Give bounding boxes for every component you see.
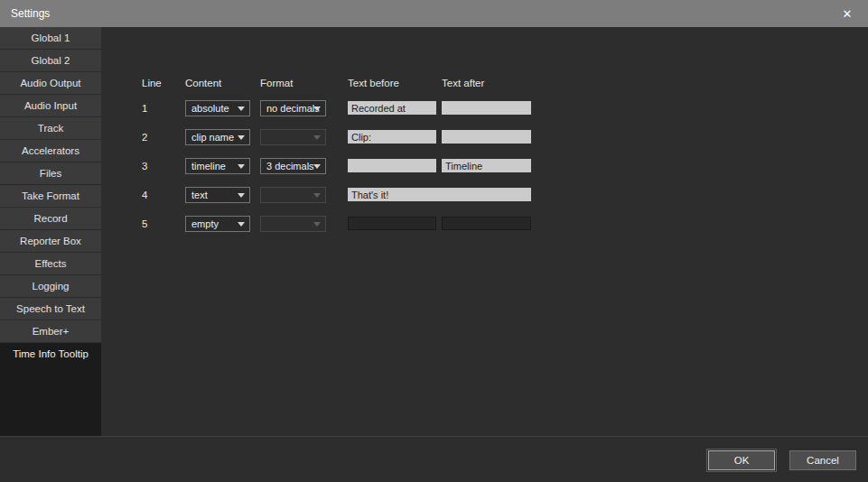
column-header-content: Content — [185, 78, 221, 88]
column-header-text-after: Text after — [442, 78, 484, 88]
chevron-down-icon — [313, 135, 321, 140]
format-dropdown-line-2 — [260, 129, 326, 145]
chevron-down-icon — [238, 164, 245, 169]
titlebar: Settings ✕ — [0, 0, 868, 27]
column-header-text-before: Text before — [348, 78, 399, 88]
sidebar-item-track[interactable]: Track — [0, 117, 101, 140]
sidebar-item-global-1[interactable]: Global 1 — [0, 27, 101, 50]
line-number: 5 — [142, 216, 163, 232]
sidebar-item-logging[interactable]: Logging — [0, 275, 101, 298]
content-dropdown-line-3[interactable]: timeline — [185, 158, 250, 174]
format-dropdown-line-4 — [260, 187, 326, 203]
format-dropdown-line-3-value: 3 decimals — [266, 161, 314, 171]
text-before-input-line-2[interactable] — [348, 130, 436, 144]
content-dropdown-line-5-value: empty — [191, 218, 219, 229]
chevron-down-icon — [238, 193, 245, 198]
sidebar-item-audio-output[interactable]: Audio Output — [0, 72, 101, 95]
table-header: Line Content Format Text before Text aft… — [101, 78, 868, 90]
sidebar-item-reporter-box[interactable]: Reporter Box — [0, 230, 101, 253]
sidebar-item-record[interactable]: Record — [0, 208, 101, 230]
table-row-3: 3timeline3 decimals — [101, 158, 868, 176]
table-row-5: 5empty — [101, 216, 868, 234]
content-dropdown-line-4-value: text — [191, 190, 208, 200]
format-dropdown-line-1[interactable]: no decimals — [260, 100, 326, 116]
line-number: 4 — [142, 187, 163, 203]
content-dropdown-line-5[interactable]: empty — [185, 216, 250, 232]
close-icon[interactable]: ✕ — [826, 0, 868, 27]
sidebar-item-ember-[interactable]: Ember+ — [0, 320, 101, 343]
text-input-line-4[interactable] — [348, 188, 531, 201]
content-dropdown-line-4[interactable]: text — [185, 187, 250, 203]
format-dropdown-line-3[interactable]: 3 decimals — [260, 158, 326, 174]
chevron-down-icon — [238, 107, 245, 111]
sidebar-item-global-2[interactable]: Global 2 — [0, 50, 101, 72]
format-dropdown-line-1-value: no decimals — [266, 103, 320, 114]
footer-divider — [0, 436, 868, 437]
text-before-input-line-3[interactable] — [348, 159, 436, 172]
content-dropdown-line-2-value: clip name — [191, 132, 234, 143]
line-number: 3 — [142, 158, 163, 174]
text-before-input-line-1[interactable] — [348, 101, 436, 115]
chevron-down-icon — [238, 222, 245, 227]
chevron-down-icon — [313, 164, 321, 169]
sidebar-item-take-format[interactable]: Take Format — [0, 185, 101, 208]
format-dropdown-line-5 — [260, 216, 326, 232]
sidebar-item-effects[interactable]: Effects — [0, 253, 101, 275]
chevron-down-icon — [238, 135, 245, 140]
text-after-input-line-2[interactable] — [442, 130, 531, 144]
content-dropdown-line-3-value: timeline — [191, 161, 226, 171]
line-number: 2 — [142, 129, 163, 145]
ok-button[interactable]: OK — [708, 450, 775, 470]
content-dropdown-line-1[interactable]: absolute — [185, 100, 250, 116]
sidebar: Global 1Global 2Audio OutputAudio InputT… — [0, 27, 101, 436]
line-number: 1 — [142, 100, 163, 116]
table-row-4: 4text — [101, 187, 868, 205]
chevron-down-icon — [313, 107, 321, 111]
text-after-input-line-3[interactable] — [442, 159, 531, 172]
column-header-format: Format — [260, 78, 293, 88]
sidebar-item-speech-to-text[interactable]: Speech to Text — [0, 298, 101, 320]
content-dropdown-line-2[interactable]: clip name — [185, 129, 250, 145]
content-dropdown-line-1-value: absolute — [191, 103, 229, 114]
cancel-button[interactable]: Cancel — [789, 450, 856, 470]
chevron-down-icon — [313, 222, 321, 227]
text-after-input-line-1[interactable] — [442, 101, 531, 115]
sidebar-item-audio-input[interactable]: Audio Input — [0, 95, 101, 117]
text-before-input-line-5 — [348, 217, 436, 230]
sidebar-item-files[interactable]: Files — [0, 162, 101, 185]
window-title: Settings — [0, 7, 50, 20]
table-row-1: 1absoluteno decimals — [101, 100, 868, 118]
chevron-down-icon — [313, 193, 321, 198]
sidebar-item-accelerators[interactable]: Accelerators — [0, 140, 101, 162]
text-after-input-line-5 — [442, 217, 531, 230]
table-row-2: 2clip name — [101, 129, 868, 147]
sidebar-item-time-info-tooltip[interactable]: Time Info Tooltip — [0, 343, 101, 366]
column-header-line: Line — [142, 78, 162, 88]
